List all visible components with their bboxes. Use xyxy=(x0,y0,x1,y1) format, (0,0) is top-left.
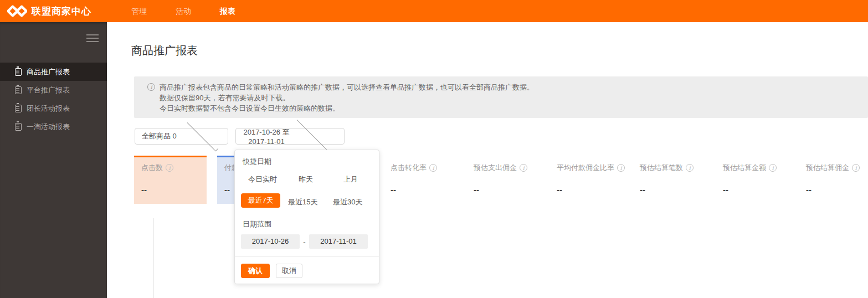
metric-label: 预估结算金额 i xyxy=(723,163,777,173)
metric-value: -- xyxy=(640,185,645,194)
metric-label: 点击数 i xyxy=(141,163,173,173)
quick-dates-title: 快捷日期 xyxy=(243,157,271,167)
metric-value: -- xyxy=(806,185,811,194)
report-doc-icon xyxy=(15,105,22,112)
notice-line: 数据仅保留90天，若有需要请及时下载。 xyxy=(160,93,534,103)
date-select-value: 2017-10-26 至 2017-11-01 xyxy=(243,127,290,146)
info-icon: i xyxy=(852,164,860,172)
top-nav: 管理 活动 报表 xyxy=(131,0,264,22)
quick-option-last-month[interactable]: 上月 xyxy=(343,174,358,184)
report-doc-icon xyxy=(15,86,22,94)
sidebar-item-label: 团长活动报表 xyxy=(27,104,70,114)
metric-avg-payment-commission-rate[interactable]: 平均付款佣金比率 i -- xyxy=(549,156,633,204)
nav-item-reports[interactable]: 报表 xyxy=(220,0,264,22)
metric-label: 预估支出佣金 i xyxy=(474,163,527,173)
metric-label: 预估结算佣金 i xyxy=(806,163,860,173)
metric-value: -- xyxy=(141,185,147,194)
sidebar-item-product-report[interactable]: 商品推广报表 xyxy=(0,63,107,81)
hamburger-menu-icon[interactable] xyxy=(86,34,99,43)
report-doc-icon xyxy=(15,68,22,76)
chevron-down-icon xyxy=(187,120,219,151)
metric-click-conversion-rate[interactable]: 点击转化率 i -- xyxy=(383,156,466,204)
page-title: 商品推广报表 xyxy=(131,43,198,58)
quick-option-last-30-days[interactable]: 最近30天 xyxy=(333,197,362,207)
sidebar-menu: 商品推广报表 平台推广报表 团长活动报表 一淘活动报表 xyxy=(0,63,107,136)
metric-label: 预估结算笔数 i xyxy=(640,163,694,173)
info-icon: i xyxy=(617,164,625,172)
metric-estimated-settlement-commission[interactable]: 预估结算佣金 i -- xyxy=(799,156,868,204)
date-picker-popup: 快捷日期 今日实时 昨天 上月 最近7天 最近15天 最近30天 日期范围 20… xyxy=(234,150,379,284)
chart-y-axis-line xyxy=(153,218,154,298)
metric-estimated-settlement-count[interactable]: 预估结算笔数 i -- xyxy=(633,156,716,204)
notice-box: i 商品推广报表包含商品的日常策略和活动策略的推广数据，可以选择查看单品推广数据… xyxy=(134,76,868,118)
sidebar-item-etao-activity-report[interactable]: 一淘活动报表 xyxy=(0,117,107,136)
product-select[interactable]: 全部商品 0 xyxy=(135,128,228,145)
brand[interactable]: 联盟商家中心 xyxy=(7,0,91,22)
metric-estimated-commission-spend[interactable]: 预估支出佣金 i -- xyxy=(466,156,549,204)
app-header: 联盟商家中心 管理 活动 报表 xyxy=(0,0,868,22)
sidebar-item-platform-report[interactable]: 平台推广报表 xyxy=(0,81,107,99)
product-select-value: 全部商品 0 xyxy=(142,131,182,141)
metric-estimated-settlement-amount[interactable]: 预估结算金额 i -- xyxy=(716,156,799,204)
metric-label: 平均付款佣金比率 i xyxy=(557,163,625,173)
quick-option-last-7-days-selected[interactable]: 最近7天 xyxy=(241,193,280,208)
date-range-inputs: 2017-10-26 - 2017-11-01 xyxy=(241,234,368,249)
date-range-select[interactable]: 2017-10-26 至 2017-11-01 xyxy=(235,128,345,145)
cancel-button[interactable]: 取消 xyxy=(276,264,302,278)
date-range-title: 日期范围 xyxy=(243,219,271,229)
sidebar-item-label: 商品推广报表 xyxy=(27,67,70,77)
sidebar-item-label: 一淘活动报表 xyxy=(27,122,70,132)
alimama-logo-icon xyxy=(7,4,27,18)
chevron-down-icon xyxy=(297,117,333,153)
info-icon: i xyxy=(429,164,437,172)
brand-name: 联盟商家中心 xyxy=(32,5,91,18)
notice-line: 商品推广报表包含商品的日常策略和活动策略的推广数据，可以选择查看单品推广数据，也… xyxy=(160,82,534,93)
filter-bar: 全部商品 0 2017-10-26 至 2017-11-01 xyxy=(135,128,345,145)
nav-item-manage[interactable]: 管理 xyxy=(131,0,176,22)
metric-value: -- xyxy=(224,185,230,194)
notice-text: 商品推广报表包含商品的日常策略和活动策略的推广数据，可以选择查看单品推广数据，也… xyxy=(160,82,534,114)
metric-value: -- xyxy=(557,185,562,194)
info-icon: i xyxy=(686,164,694,172)
metric-value: -- xyxy=(391,185,396,194)
sidebar: 商品推广报表 平台推广报表 团长活动报表 一淘活动报表 xyxy=(0,22,107,298)
start-date-input[interactable]: 2017-10-26 xyxy=(241,234,300,249)
date-range-separator: - xyxy=(300,238,309,246)
sidebar-item-leader-activity-report[interactable]: 团长活动报表 xyxy=(0,99,107,117)
info-icon: i xyxy=(769,164,777,172)
info-icon: i xyxy=(147,83,155,91)
metric-value: -- xyxy=(723,185,728,194)
metric-card-clicks[interactable]: 点击数 i -- xyxy=(134,156,207,204)
quick-option-yesterday[interactable]: 昨天 xyxy=(299,174,313,184)
metric-clicks: 点击数 i -- xyxy=(134,156,217,204)
quick-option-today[interactable]: 今日实时 xyxy=(248,174,277,184)
metric-value: -- xyxy=(474,185,479,194)
metric-label: 点击转化率 i xyxy=(391,163,437,173)
info-icon: i xyxy=(520,164,527,172)
quick-option-last-15-days[interactable]: 最近15天 xyxy=(288,197,317,207)
sidebar-item-label: 平台推广报表 xyxy=(27,85,70,95)
notice-line: 今日实时数据暂不包含今日设置今日生效的策略的数据。 xyxy=(160,103,534,114)
main-content: 商品推广报表 i 商品推广报表包含商品的日常策略和活动策略的推广数据，可以选择查… xyxy=(107,22,868,298)
nav-item-activity[interactable]: 活动 xyxy=(176,0,220,22)
end-date-input[interactable]: 2017-11-01 xyxy=(309,234,368,249)
popup-divider xyxy=(235,256,379,257)
report-doc-icon xyxy=(15,123,22,131)
info-icon: i xyxy=(166,164,173,172)
confirm-button[interactable]: 确认 xyxy=(241,264,270,278)
